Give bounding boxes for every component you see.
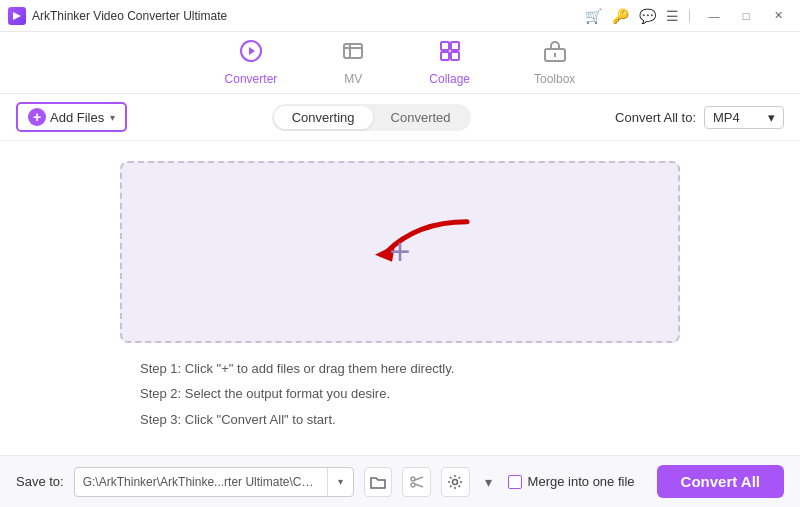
chat-icon[interactable]: 💬	[639, 8, 656, 24]
maximize-button[interactable]: □	[732, 6, 760, 26]
svg-point-11	[411, 477, 415, 481]
mv-icon	[341, 39, 365, 69]
save-path: G:\ArkThinker\ArkThinke...rter Ultimate\…	[74, 467, 354, 497]
app-icon	[8, 7, 26, 25]
converting-tabs: Converting Converted	[272, 104, 471, 131]
app-title: ArkThinker Video Converter Ultimate	[32, 9, 227, 23]
tab-mv[interactable]: MV	[329, 33, 377, 92]
tab-collage-label: Collage	[429, 72, 470, 86]
arrow-indicator	[357, 217, 477, 281]
tab-toolbox[interactable]: Toolbox	[522, 33, 587, 92]
separator	[689, 9, 690, 23]
add-files-label: Add Files	[50, 110, 104, 125]
save-path-text: G:\ArkThinker\ArkThinke...rter Ultimate\…	[75, 475, 327, 489]
cart-icon[interactable]: 🛒	[585, 8, 602, 24]
save-path-dropdown[interactable]: ▾	[327, 468, 353, 496]
svg-point-15	[453, 479, 458, 484]
titlebar-icons: 🛒 🔑 💬 ☰	[585, 8, 690, 24]
steps-area: Step 1: Click "+" to add files or drag t…	[120, 359, 680, 436]
tab-collage[interactable]: Collage	[417, 33, 482, 92]
converting-tab[interactable]: Converting	[274, 106, 373, 129]
svg-rect-3	[344, 44, 362, 58]
svg-rect-6	[441, 52, 449, 60]
collage-icon	[438, 39, 462, 69]
svg-rect-4	[441, 42, 449, 50]
open-folder-button[interactable]	[364, 467, 393, 497]
tab-converter-label: Converter	[225, 72, 278, 86]
svg-rect-7	[451, 52, 459, 60]
settings-icon-button[interactable]	[441, 467, 470, 497]
tab-mv-label: MV	[344, 72, 362, 86]
convert-all-to-section: Convert All to: MP4 ▾	[615, 106, 784, 129]
plus-circle-icon: +	[28, 108, 46, 126]
add-files-button[interactable]: + Add Files ▾	[16, 102, 127, 132]
menu-icon[interactable]: ☰	[666, 8, 679, 24]
step-2: Step 2: Select the output format you des…	[140, 384, 660, 404]
titlebar: ArkThinker Video Converter Ultimate 🛒 🔑 …	[0, 0, 800, 32]
svg-rect-5	[451, 42, 459, 50]
tab-converter[interactable]: Converter	[213, 33, 290, 92]
add-files-dropdown-arrow[interactable]: ▾	[110, 112, 115, 123]
close-button[interactable]: ✕	[764, 6, 792, 26]
format-value: MP4	[713, 110, 740, 125]
cut-icon-button[interactable]	[402, 467, 431, 497]
convert-all-button[interactable]: Convert All	[657, 465, 784, 498]
format-dropdown-arrow: ▾	[768, 110, 775, 125]
merge-text: Merge into one file	[528, 474, 635, 489]
converted-tab[interactable]: Converted	[373, 106, 469, 129]
step-3: Step 3: Click "Convert All" to start.	[140, 410, 660, 430]
svg-line-13	[415, 477, 423, 480]
format-select[interactable]: MP4 ▾	[704, 106, 784, 129]
titlebar-left: ArkThinker Video Converter Ultimate	[8, 7, 227, 25]
converter-icon	[239, 39, 263, 69]
toolbox-icon	[543, 39, 567, 69]
bottombar: Save to: G:\ArkThinker\ArkThinke...rter …	[0, 455, 800, 507]
merge-checkbox[interactable]	[508, 475, 522, 489]
svg-marker-0	[13, 12, 21, 20]
drop-area-container: + Step 1: Click "+" to add files or drag…	[0, 141, 800, 455]
minimize-button[interactable]: —	[700, 6, 728, 26]
step-1: Step 1: Click "+" to add files or drag t…	[140, 359, 660, 379]
convert-all-to-label: Convert All to:	[615, 110, 696, 125]
toolbar-row: + Add Files ▾ Converting Converted Conve…	[0, 94, 800, 141]
save-to-label: Save to:	[16, 474, 64, 489]
tab-toolbox-label: Toolbox	[534, 72, 575, 86]
settings-dropdown-arrow[interactable]: ▾	[480, 467, 498, 497]
add-file-plus[interactable]: +	[389, 231, 410, 273]
merge-label: Merge into one file	[508, 474, 635, 489]
svg-line-14	[415, 484, 423, 487]
key-icon[interactable]: 🔑	[612, 8, 629, 24]
main-content: + Add Files ▾ Converting Converted Conve…	[0, 94, 800, 507]
tabbar: Converter MV Collage	[0, 32, 800, 94]
svg-point-12	[411, 483, 415, 487]
drop-area[interactable]: +	[120, 161, 680, 343]
svg-marker-2	[249, 47, 255, 55]
